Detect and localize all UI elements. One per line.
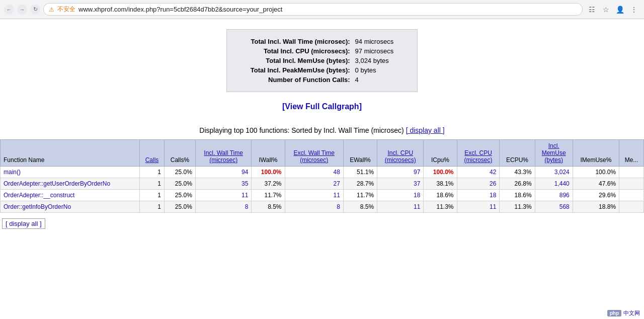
table-header: Function NameCallsCalls%Incl. Wall Time(… xyxy=(1,140,644,167)
sort-link-excl_cpu[interactable]: Excl. CPU(microsec) xyxy=(464,149,492,164)
header-icpu_pct: ICpu% xyxy=(424,140,457,167)
cell-ewall_pct: 11.7% xyxy=(343,190,377,201)
cell-calls: 1 xyxy=(140,201,165,213)
table-row: Order::getInfoByOrderNo125.0%88.5%88.5%1… xyxy=(1,201,644,213)
cell-ewall_pct: 8.5% xyxy=(343,201,377,213)
security-icon: ⚠ xyxy=(49,6,54,13)
data-table-wrapper: Function NameCallsCalls%Incl. Wall Time(… xyxy=(0,139,644,213)
sort-link-incl_cpu[interactable]: Incl. CPU(microsecs) xyxy=(385,149,416,164)
header-calls[interactable]: Calls xyxy=(140,140,165,167)
stats-label: Total Incl. PeakMemUse (bytes): xyxy=(249,65,352,75)
header-ewall_pct: EWall% xyxy=(343,140,377,167)
stats-box: Total Incl. Wall Time (microsec):94 micr… xyxy=(226,29,418,92)
cell-excl_wall: 27 xyxy=(285,178,343,190)
callgraph-section: [View Full Callgraph] xyxy=(0,102,644,111)
cell-calls_pct: 25.0% xyxy=(164,167,195,178)
header-calls_pct: Calls% xyxy=(164,140,195,167)
cell-excl_cpu: 26 xyxy=(457,178,500,190)
cell-calls_pct: 25.0% xyxy=(164,190,195,201)
cell-fn_name: main() xyxy=(1,167,140,178)
cell-me xyxy=(619,167,644,178)
function-table: Function NameCallsCalls%Incl. Wall Time(… xyxy=(0,139,644,213)
fn-link[interactable]: OrderAdepter::getUserOrderByOrderNo xyxy=(4,180,110,187)
cell-icpu_pct: 100.0% xyxy=(424,167,457,178)
cell-fn_name: OrderAdepter::getUserOrderByOrderNo xyxy=(1,178,140,190)
cell-incl_wall: 35 xyxy=(195,178,252,190)
table-row: OrderAdepter::getUserOrderByOrderNo125.0… xyxy=(1,178,644,190)
cell-me xyxy=(619,201,644,213)
table-row: main()125.0%94100.0%4851.1%97100.0%4243.… xyxy=(1,167,644,178)
cell-excl_cpu: 18 xyxy=(457,190,500,201)
header-imem_pct: IMemUse% xyxy=(573,140,619,167)
stats-value: 4 xyxy=(352,75,396,85)
fn-link[interactable]: OrderAdepter::__construct xyxy=(4,192,74,199)
cell-ecpu_pct: 18.6% xyxy=(500,190,535,201)
cell-incl_mem: 896 xyxy=(535,190,573,201)
display-top-text: Displaying top 100 functions: Sorted by … xyxy=(0,126,644,134)
cell-imem_pct: 18.8% xyxy=(573,201,619,213)
header-incl_cpu[interactable]: Incl. CPU(microsecs) xyxy=(377,140,424,167)
forward-button[interactable]: → xyxy=(17,5,27,15)
cell-incl_cpu: 11 xyxy=(377,201,424,213)
cell-ecpu_pct: 11.3% xyxy=(500,201,535,213)
stats-label: Total Incl. Wall Time (microsec): xyxy=(249,37,352,46)
page-content: Total Incl. Wall Time (microsec):94 micr… xyxy=(0,29,644,234)
header-incl_wall[interactable]: Incl. Wall Time(microsec) xyxy=(195,140,252,167)
stats-row: Number of Function Calls:4 xyxy=(249,75,395,85)
stats-row: Total Incl. CPU (microsecs):97 microsecs xyxy=(249,46,395,56)
cell-incl_wall: 11 xyxy=(195,190,252,201)
header-excl_wall[interactable]: Excl. Wall Time(microsec) xyxy=(285,140,343,167)
cell-icpu_pct: 18.6% xyxy=(424,190,457,201)
header-me: Me... xyxy=(619,140,644,167)
cell-calls: 1 xyxy=(140,178,165,190)
extension-button[interactable]: ⋮ xyxy=(628,4,640,16)
header-incl_mem[interactable]: Incl.MemUse(bytes) xyxy=(535,140,573,167)
header-ecpu_pct: ECPU% xyxy=(500,140,535,167)
cell-calls: 1 xyxy=(140,167,165,178)
header-iwall_pct: IWall% xyxy=(252,140,285,167)
stats-value: 94 microsecs xyxy=(352,37,396,46)
bookmark-button[interactable]: ☆ xyxy=(600,4,612,16)
stats-label: Number of Function Calls: xyxy=(249,75,352,85)
display-all-bottom-link[interactable]: [ display all ] xyxy=(2,218,45,229)
cell-iwall_pct: 11.7% xyxy=(252,190,285,201)
display-all-top-link[interactable]: [ display all ] xyxy=(406,126,445,134)
cell-fn_name: OrderAdepter::__construct xyxy=(1,190,140,201)
cell-ecpu_pct: 26.8% xyxy=(500,178,535,190)
reload-button[interactable]: ↻ xyxy=(30,5,40,15)
table-row: OrderAdepter::__construct125.0%1111.7%11… xyxy=(1,190,644,201)
translate-button[interactable]: ☷ xyxy=(586,4,598,16)
cell-excl_wall: 11 xyxy=(285,190,343,201)
cell-incl_cpu: 97 xyxy=(377,167,424,178)
fn-link[interactable]: main() xyxy=(4,169,21,176)
sort-link-calls[interactable]: Calls xyxy=(145,156,159,164)
cell-icpu_pct: 11.3% xyxy=(424,201,457,213)
header-fn_name: Function Name xyxy=(1,140,140,167)
callgraph-link[interactable]: [View Full Callgraph] xyxy=(282,102,362,111)
cell-imem_pct: 47.6% xyxy=(573,178,619,190)
cell-iwall_pct: 100.0% xyxy=(252,167,285,178)
cell-me xyxy=(619,178,644,190)
sort-link-incl_wall[interactable]: Incl. Wall Time(microsec) xyxy=(204,149,243,164)
address-bar[interactable]: ⚠ 不安全 www.xhprof.com/index.php?run=5cbf2… xyxy=(43,3,583,16)
stats-table: Total Incl. Wall Time (microsec):94 micr… xyxy=(249,37,395,85)
cell-iwall_pct: 8.5% xyxy=(252,201,285,213)
cell-incl_cpu: 37 xyxy=(377,178,424,190)
back-button[interactable]: ← xyxy=(4,5,14,15)
cell-incl_mem: 3,024 xyxy=(535,167,573,178)
browser-toolbar: ← → ↻ ⚠ 不安全 www.xhprof.com/index.php?run… xyxy=(0,0,644,19)
stats-row: Total Incl. Wall Time (microsec):94 micr… xyxy=(249,37,395,46)
header-excl_cpu[interactable]: Excl. CPU(microsec) xyxy=(457,140,500,167)
profile-button[interactable]: 👤 xyxy=(614,4,626,16)
cell-excl_cpu: 11 xyxy=(457,201,500,213)
fn-link[interactable]: Order::getInfoByOrderNo xyxy=(4,203,71,210)
cell-ewall_pct: 51.1% xyxy=(343,167,377,178)
cell-ewall_pct: 28.7% xyxy=(343,178,377,190)
cell-excl_wall: 48 xyxy=(285,167,343,178)
stats-row: Total Incl. PeakMemUse (bytes):0 bytes xyxy=(249,65,395,75)
sort-link-excl_wall[interactable]: Excl. Wall Time(microsec) xyxy=(293,149,335,164)
cell-calls_pct: 25.0% xyxy=(164,201,195,213)
stats-label: Total Incl. MemUse (bytes): xyxy=(249,56,352,65)
cell-incl_mem: 1,440 xyxy=(535,178,573,190)
sort-link-incl_mem[interactable]: Incl.MemUse(bytes) xyxy=(542,142,566,164)
